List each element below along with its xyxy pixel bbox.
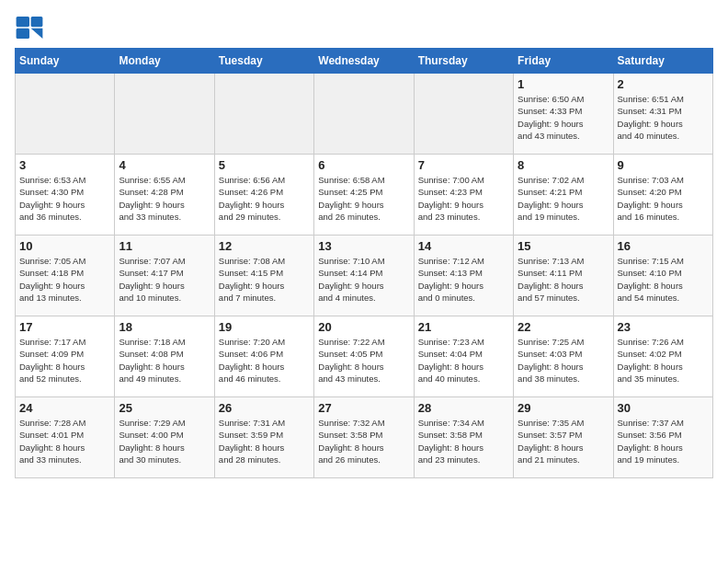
day-number: 19 [219, 320, 310, 334]
calendar-cell: 18Sunrise: 7:18 AM Sunset: 4:08 PM Dayli… [115, 316, 214, 397]
day-info: Sunrise: 7:23 AM Sunset: 4:04 PM Dayligh… [418, 336, 509, 385]
calendar-cell: 1Sunrise: 6:50 AM Sunset: 4:33 PM Daylig… [514, 74, 613, 155]
day-number: 1 [518, 77, 609, 91]
day-number: 20 [318, 320, 409, 334]
day-info: Sunrise: 7:25 AM Sunset: 4:03 PM Dayligh… [518, 336, 609, 385]
day-number: 15 [518, 239, 609, 253]
day-number: 26 [219, 401, 310, 415]
day-of-week-header: Tuesday [214, 49, 313, 74]
calendar-cell: 29Sunrise: 7:35 AM Sunset: 3:57 PM Dayli… [514, 397, 613, 478]
calendar-cell: 23Sunrise: 7:26 AM Sunset: 4:02 PM Dayli… [613, 316, 712, 397]
day-number: 22 [518, 320, 609, 334]
calendar-cell [115, 74, 214, 155]
calendar-week-row: 24Sunrise: 7:28 AM Sunset: 4:01 PM Dayli… [16, 397, 713, 478]
svg-rect-2 [17, 29, 29, 39]
day-of-week-header: Sunday [16, 49, 115, 74]
calendar-week-row: 10Sunrise: 7:05 AM Sunset: 4:18 PM Dayli… [16, 236, 713, 316]
day-info: Sunrise: 7:15 AM Sunset: 4:10 PM Dayligh… [618, 255, 709, 304]
day-info: Sunrise: 7:29 AM Sunset: 4:00 PM Dayligh… [119, 417, 210, 465]
day-info: Sunrise: 7:26 AM Sunset: 4:02 PM Dayligh… [618, 336, 709, 385]
calendar-week-row: 17Sunrise: 7:17 AM Sunset: 4:09 PM Dayli… [16, 316, 713, 397]
day-info: Sunrise: 7:35 AM Sunset: 3:57 PM Dayligh… [518, 417, 609, 465]
calendar-cell: 5Sunrise: 6:56 AM Sunset: 4:26 PM Daylig… [214, 155, 313, 236]
day-info: Sunrise: 7:07 AM Sunset: 4:17 PM Dayligh… [119, 255, 210, 304]
calendar-cell: 13Sunrise: 7:10 AM Sunset: 4:14 PM Dayli… [314, 236, 414, 316]
day-of-week-header: Friday [514, 49, 613, 74]
calendar-cell: 8Sunrise: 7:02 AM Sunset: 4:21 PM Daylig… [514, 155, 613, 236]
day-number: 16 [618, 239, 709, 253]
day-info: Sunrise: 6:53 AM Sunset: 4:30 PM Dayligh… [19, 174, 110, 223]
day-number: 8 [518, 158, 609, 172]
day-info: Sunrise: 7:03 AM Sunset: 4:20 PM Dayligh… [618, 174, 709, 223]
calendar-cell: 28Sunrise: 7:34 AM Sunset: 3:58 PM Dayli… [414, 397, 513, 478]
day-number: 27 [318, 401, 409, 415]
calendar-cell [214, 74, 313, 155]
day-info: Sunrise: 7:31 AM Sunset: 3:59 PM Dayligh… [219, 417, 310, 465]
day-info: Sunrise: 7:17 AM Sunset: 4:09 PM Dayligh… [19, 336, 110, 385]
day-number: 30 [618, 401, 709, 415]
day-number: 25 [119, 401, 210, 415]
day-number: 6 [318, 158, 409, 172]
calendar-cell: 14Sunrise: 7:12 AM Sunset: 4:13 PM Dayli… [414, 236, 513, 316]
svg-rect-1 [31, 17, 43, 27]
day-number: 12 [219, 239, 310, 253]
day-info: Sunrise: 7:34 AM Sunset: 3:58 PM Dayligh… [418, 417, 509, 465]
day-info: Sunrise: 7:20 AM Sunset: 4:06 PM Dayligh… [219, 336, 310, 385]
day-number: 13 [318, 239, 409, 253]
day-info: Sunrise: 6:50 AM Sunset: 4:33 PM Dayligh… [518, 93, 609, 142]
calendar-cell: 7Sunrise: 7:00 AM Sunset: 4:23 PM Daylig… [414, 155, 513, 236]
day-number: 28 [418, 401, 509, 415]
day-number: 21 [418, 320, 509, 334]
day-info: Sunrise: 7:32 AM Sunset: 3:58 PM Dayligh… [318, 417, 409, 465]
calendar-cell [16, 74, 115, 155]
day-of-week-header: Thursday [414, 49, 513, 74]
calendar-cell: 12Sunrise: 7:08 AM Sunset: 4:15 PM Dayli… [214, 236, 313, 316]
svg-marker-3 [31, 29, 43, 39]
calendar-cell: 22Sunrise: 7:25 AM Sunset: 4:03 PM Dayli… [514, 316, 613, 397]
day-info: Sunrise: 7:00 AM Sunset: 4:23 PM Dayligh… [418, 174, 509, 223]
day-of-week-header: Monday [115, 49, 214, 74]
day-number: 3 [19, 158, 110, 172]
day-info: Sunrise: 7:10 AM Sunset: 4:14 PM Dayligh… [318, 255, 409, 304]
calendar-cell [314, 74, 414, 155]
day-info: Sunrise: 7:12 AM Sunset: 4:13 PM Dayligh… [418, 255, 509, 304]
calendar-cell: 6Sunrise: 6:58 AM Sunset: 4:25 PM Daylig… [314, 155, 414, 236]
calendar-cell [414, 74, 513, 155]
calendar-cell: 21Sunrise: 7:23 AM Sunset: 4:04 PM Dayli… [414, 316, 513, 397]
day-number: 11 [119, 239, 210, 253]
svg-rect-0 [17, 17, 29, 27]
day-of-week-header: Wednesday [314, 49, 414, 74]
calendar-week-row: 3Sunrise: 6:53 AM Sunset: 4:30 PM Daylig… [16, 155, 713, 236]
calendar-cell: 26Sunrise: 7:31 AM Sunset: 3:59 PM Dayli… [214, 397, 313, 478]
day-number: 18 [119, 320, 210, 334]
day-info: Sunrise: 7:02 AM Sunset: 4:21 PM Dayligh… [518, 174, 609, 223]
day-info: Sunrise: 6:51 AM Sunset: 4:31 PM Dayligh… [618, 93, 709, 142]
calendar-table: SundayMondayTuesdayWednesdayThursdayFrid… [15, 48, 713, 478]
page-header [15, 15, 713, 40]
day-number: 2 [618, 77, 709, 91]
day-number: 4 [119, 158, 210, 172]
day-info: Sunrise: 6:55 AM Sunset: 4:28 PM Dayligh… [119, 174, 210, 223]
day-number: 29 [518, 401, 609, 415]
day-info: Sunrise: 7:05 AM Sunset: 4:18 PM Dayligh… [19, 255, 110, 304]
day-info: Sunrise: 7:18 AM Sunset: 4:08 PM Dayligh… [119, 336, 210, 385]
day-info: Sunrise: 6:58 AM Sunset: 4:25 PM Dayligh… [318, 174, 409, 223]
calendar-week-row: 1Sunrise: 6:50 AM Sunset: 4:33 PM Daylig… [16, 74, 713, 155]
day-number: 9 [618, 158, 709, 172]
calendar-cell: 25Sunrise: 7:29 AM Sunset: 4:00 PM Dayli… [115, 397, 214, 478]
day-number: 7 [418, 158, 509, 172]
day-info: Sunrise: 7:13 AM Sunset: 4:11 PM Dayligh… [518, 255, 609, 304]
calendar-cell: 27Sunrise: 7:32 AM Sunset: 3:58 PM Dayli… [314, 397, 414, 478]
calendar-cell: 10Sunrise: 7:05 AM Sunset: 4:18 PM Dayli… [16, 236, 115, 316]
calendar-cell: 4Sunrise: 6:55 AM Sunset: 4:28 PM Daylig… [115, 155, 214, 236]
logo-icon [15, 15, 44, 40]
calendar-cell: 30Sunrise: 7:37 AM Sunset: 3:56 PM Dayli… [613, 397, 712, 478]
calendar-cell: 16Sunrise: 7:15 AM Sunset: 4:10 PM Dayli… [613, 236, 712, 316]
calendar-cell: 3Sunrise: 6:53 AM Sunset: 4:30 PM Daylig… [16, 155, 115, 236]
logo [15, 15, 48, 40]
day-info: Sunrise: 7:28 AM Sunset: 4:01 PM Dayligh… [19, 417, 110, 465]
day-number: 10 [19, 239, 110, 253]
day-number: 24 [19, 401, 110, 415]
calendar-cell: 19Sunrise: 7:20 AM Sunset: 4:06 PM Dayli… [214, 316, 313, 397]
calendar-cell: 9Sunrise: 7:03 AM Sunset: 4:20 PM Daylig… [613, 155, 712, 236]
